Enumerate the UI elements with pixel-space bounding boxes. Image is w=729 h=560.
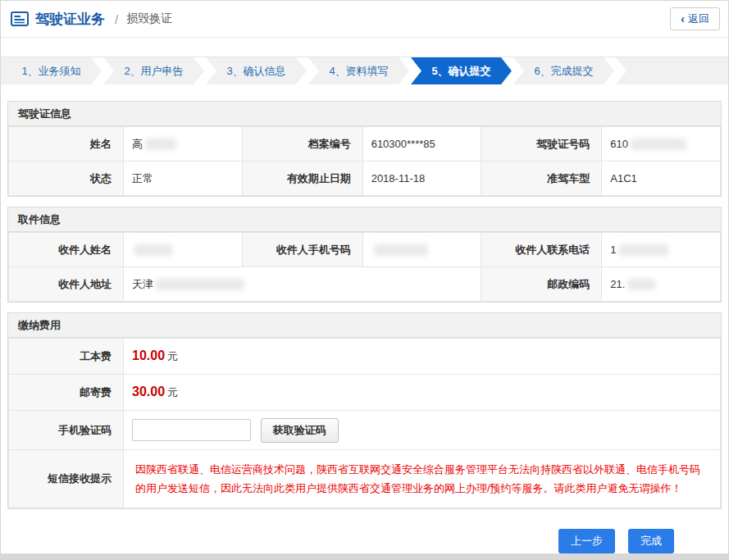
recipient-phone-value-cell: 1 — [602, 233, 721, 267]
fees-table: 工本费 10.00元 邮寄费 30.00元 手机验证码 获取验证码 短信接收提 — [8, 338, 721, 508]
postage-fee-value-cell: 30.00元 — [124, 375, 721, 411]
title-separator: / — [115, 12, 118, 26]
page-title: 驾驶证业务 — [35, 10, 105, 29]
step-5-confirm-submit[interactable]: 5、确认提交 — [411, 57, 512, 84]
production-fee-amount: 10.00 — [132, 348, 165, 362]
license-number-label: 驾驶证号码 — [481, 127, 602, 162]
step-4-fill-data[interactable]: 4、资料填写 — [308, 57, 409, 84]
header-title-group: 驾驶证业务 / 损毁换证 — [11, 10, 172, 29]
step-label: 3、确认信息 — [226, 64, 285, 79]
license-info-title: 驾驶证信息 — [8, 102, 721, 126]
file-number-label: 档案编号 — [242, 127, 362, 162]
step-3-confirm-info[interactable]: 3、确认信息 — [206, 57, 307, 84]
table-row: 短信接收提示 因陕西省联通、电信运营商技术问题，陕西省互联网交通安全综合服务管理… — [9, 450, 721, 508]
name-value: 高 — [132, 138, 143, 150]
finish-button[interactable]: 完成 — [628, 529, 674, 553]
file-number-value: 610300****85 — [362, 127, 481, 162]
postage-fee-amount: 30.00 — [132, 385, 165, 398]
pickup-info-table: 收件人姓名 收件人手机号码 收件人联系电话 1 收件人地址 天津 邮政编码 — [8, 232, 721, 302]
table-row: 收件人地址 天津 邮政编码 21. — [9, 267, 721, 302]
zip-code-value-cell: 21. — [602, 267, 721, 302]
sms-code-cell: 获取验证码 — [124, 411, 721, 450]
horizontal-scrollbar[interactable] — [1, 553, 728, 559]
back-button[interactable]: ‹ 返回 — [670, 7, 720, 30]
recipient-address-value-cell: 天津 — [124, 267, 481, 302]
recipient-phone-value: 1 — [610, 244, 616, 256]
zip-code-label: 邮政编码 — [481, 267, 602, 302]
expire-date-label: 有效期止日期 — [242, 162, 362, 196]
fees-title: 缴纳费用 — [8, 313, 721, 338]
redacted-value — [619, 244, 668, 256]
redacted-value — [631, 139, 686, 150]
step-6-finish-submit[interactable]: 6、完成提交 — [513, 57, 614, 84]
sms-code-label: 手机验证码 — [9, 411, 124, 450]
vehicle-class-value: A1C1 — [602, 162, 721, 196]
step-label: 2、用户申告 — [124, 64, 183, 79]
recipient-address-value: 天津 — [132, 278, 153, 290]
production-fee-value-cell: 10.00元 — [124, 339, 721, 375]
zip-code-value: 21. — [610, 278, 625, 290]
expire-date-value: 2018-11-18 — [362, 162, 481, 196]
production-fee-unit: 元 — [167, 350, 178, 362]
recipient-mobile-value-cell — [362, 233, 481, 267]
steps-nav: 1、业务须知 2、用户申告 3、确认信息 4、资料填写 5、确认提交 6、完成提… — [1, 57, 728, 84]
step-label: 1、业务须知 — [21, 64, 80, 79]
step-label: 6、完成提交 — [534, 64, 593, 79]
name-label: 姓名 — [9, 127, 124, 162]
license-card-icon — [11, 11, 29, 26]
table-row: 邮寄费 30.00元 — [9, 375, 721, 411]
pickup-info-panel: 取件信息 收件人姓名 收件人手机号码 收件人联系电话 1 收件人地 — [7, 207, 722, 303]
table-row: 姓名 高 档案编号 610300****85 驾驶证号码 610 — [9, 127, 721, 162]
redacted-value — [156, 279, 244, 290]
sms-tip-label: 短信接收提示 — [9, 450, 124, 508]
redacted-value — [627, 279, 655, 290]
prev-step-button[interactable]: 上一步 — [558, 529, 615, 553]
redacted-value — [374, 244, 428, 256]
fees-panel: 缴纳费用 工本费 10.00元 邮寄费 30.00元 手机验证码 获取验证码 — [7, 312, 722, 509]
pickup-info-title: 取件信息 — [8, 207, 721, 232]
name-value-cell: 高 — [124, 127, 243, 162]
recipient-phone-label: 收件人联系电话 — [481, 233, 602, 267]
step-label: 4、资料填写 — [329, 64, 388, 79]
step-label: 5、确认提交 — [431, 64, 490, 79]
recipient-name-label: 收件人姓名 — [9, 233, 124, 267]
step-2-user-declaration[interactable]: 2、用户申告 — [103, 57, 204, 84]
get-sms-code-button[interactable]: 获取验证码 — [261, 418, 339, 443]
header: 驾驶证业务 / 损毁换证 ‹ 返回 — [1, 1, 728, 38]
redacted-value — [145, 139, 176, 150]
license-info-panel: 驾驶证信息 姓名 高 档案编号 610300****85 驾驶证号码 610 状… — [7, 101, 722, 197]
license-info-table: 姓名 高 档案编号 610300****85 驾驶证号码 610 状态 正常 有… — [8, 126, 721, 196]
sms-tip-text: 因陕西省联通、电信运营商技术问题，陕西省互联网交通安全综合服务管理平台无法向持陕… — [124, 450, 721, 508]
postage-fee-unit: 元 — [167, 386, 178, 398]
redacted-value — [134, 244, 172, 256]
steps-filler — [616, 57, 728, 84]
sms-code-input[interactable] — [132, 419, 251, 441]
recipient-address-label: 收件人地址 — [9, 267, 124, 302]
footer-actions: 上一步 完成 — [1, 509, 728, 553]
page-subtitle: 损毁换证 — [126, 11, 172, 26]
status-label: 状态 — [9, 162, 124, 196]
back-button-label: 返回 — [688, 11, 709, 26]
license-number-value: 610 — [610, 138, 628, 150]
recipient-name-value-cell — [124, 233, 243, 267]
table-row: 手机验证码 获取验证码 — [9, 411, 721, 450]
production-fee-label: 工本费 — [9, 339, 124, 375]
status-value: 正常 — [124, 162, 243, 196]
page: 驾驶证业务 / 损毁换证 ‹ 返回 1、业务须知 2、用户申告 3、确认信息 4… — [0, 0, 729, 560]
step-1-business-notice[interactable]: 1、业务须知 — [1, 57, 102, 84]
back-arrow-icon: ‹ — [681, 12, 685, 25]
table-row: 状态 正常 有效期止日期 2018-11-18 准驾车型 A1C1 — [9, 162, 721, 196]
postage-fee-label: 邮寄费 — [9, 375, 124, 411]
table-row: 工本费 10.00元 — [9, 339, 721, 375]
license-number-value-cell: 610 — [602, 127, 721, 162]
vehicle-class-label: 准驾车型 — [481, 162, 602, 196]
table-row: 收件人姓名 收件人手机号码 收件人联系电话 1 — [9, 233, 721, 267]
recipient-mobile-label: 收件人手机号码 — [242, 233, 362, 267]
